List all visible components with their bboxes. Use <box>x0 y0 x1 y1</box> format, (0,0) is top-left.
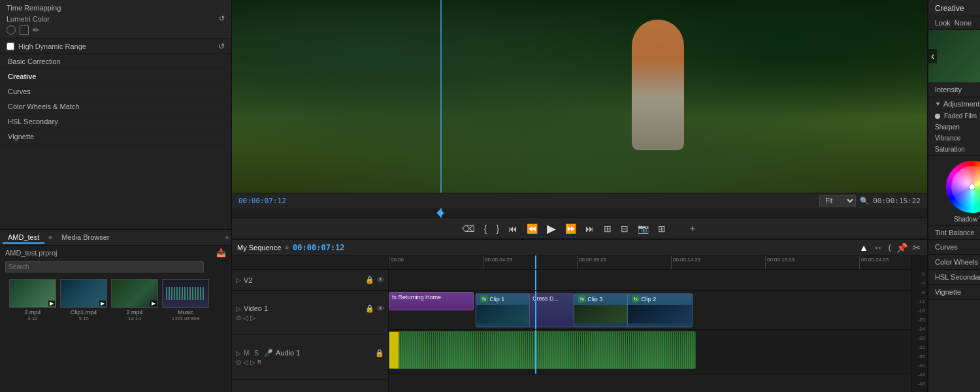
video-background <box>232 0 927 193</box>
tab-media-browser[interactable]: Media Browser <box>56 232 114 244</box>
a1-play-btn[interactable]: ⊙ <box>236 359 241 366</box>
effects-list: Basic Correction Creative Curves Color W… <box>0 54 231 229</box>
lumetri-section: Time Remapping Lumetri Color ↺ ✏ <box>0 0 231 39</box>
fit-dropdown[interactable]: Fit 25% 50% 100% <box>819 195 856 206</box>
list-item[interactable]: ▶ 2.mp4 12:14 <box>111 279 158 321</box>
v2-lock-icon[interactable]: 🔒 <box>365 276 374 284</box>
go-end-btn[interactable]: ⏭ <box>583 222 597 235</box>
preview-scrubbar[interactable] <box>232 208 927 218</box>
shadow-tint-center[interactable] <box>969 184 975 190</box>
v-mark-4: -16 <box>917 306 927 316</box>
clip2-fx-badge: fx <box>632 295 640 302</box>
curves-section-link[interactable]: Curves <box>928 240 980 255</box>
effect-basic-correction[interactable]: Basic Correction <box>0 54 231 69</box>
clip-2[interactable]: fx Clip 2 <box>627 293 693 327</box>
step-back-btn[interactable]: ⏪ <box>524 222 540 235</box>
v1-eye-icon[interactable]: 👁 <box>377 304 384 313</box>
list-item[interactable]: Music 1:05:10:909 <box>162 279 209 321</box>
preview-controls-bar: 00:00:07:12 Fit 25% 50% 100% 🔍 00:00:15:… <box>232 193 927 208</box>
mark-btn[interactable]: { <box>482 222 490 235</box>
v-mark-8: -32 <box>917 343 927 352</box>
color-wheels-section-link[interactable]: Color Wheels & Match <box>928 255 980 270</box>
v1-prev-btn[interactable]: ◁ <box>243 314 248 321</box>
v1-play-btn[interactable]: ⊙ <box>236 314 241 321</box>
clip-1[interactable]: fx Clip 1 <box>476 293 531 327</box>
audio-block-1[interactable] <box>389 331 696 369</box>
track-labels-panel: ▷ V2 🔒 👁 ▷ Video 1 🔒 <box>232 255 389 392</box>
preview-timecode-end: 00:00:15:22 <box>873 197 921 205</box>
vibrance-label: Vibrance <box>935 135 980 142</box>
clip-3[interactable]: fx Clip 3 <box>574 293 629 327</box>
prev-thumb-left-btn[interactable]: ‹ <box>928 49 937 63</box>
transport-bar: ⌫ { } ⏮ ⏪ ▶ ⏩ ⏭ ⊞ ⊟ 📷 ⊞ ＋ <box>232 218 927 238</box>
razor-tool[interactable]: ✂ <box>911 241 922 254</box>
track-a1 <box>389 330 911 374</box>
timeline-body: ▷ V2 🔒 👁 ▷ Video 1 🔒 <box>232 255 927 392</box>
a1-mute-icon[interactable]: M <box>244 350 249 357</box>
vignette-section-link[interactable]: Vignette <box>928 285 980 300</box>
a1-solo-icon[interactable]: S <box>254 350 259 357</box>
v2-expand[interactable]: ▷ <box>236 276 241 284</box>
adjustments-title[interactable]: ▼ Adjustments <box>928 97 980 110</box>
search-input[interactable] <box>5 261 204 272</box>
tabs-more-icon[interactable]: » <box>225 234 229 241</box>
hdr-reset-icon[interactable]: ↺ <box>218 42 225 51</box>
sequence-icon: ≡ <box>285 244 289 251</box>
effect-hsl[interactable]: HSL Secondary <box>0 114 231 129</box>
tab-amd-test[interactable]: AMD_test <box>3 232 44 244</box>
play-btn[interactable]: ▶ <box>544 220 559 237</box>
timeline-ruler[interactable]: 00:00 00:00:04:23 00:00:09:23 00:00:14:2… <box>389 255 911 270</box>
a1-prev-btn[interactable]: ◁ <box>243 359 248 366</box>
add-btn[interactable]: ＋ <box>685 221 700 236</box>
hsl-secondary-section-link[interactable]: HSL Secondary <box>928 270 980 285</box>
effect-curves[interactable]: Curves <box>0 84 231 99</box>
import-icon[interactable]: 📥 <box>216 248 226 257</box>
step-fwd-btn[interactable]: ⏩ <box>563 222 579 235</box>
center-panel: 00:00:07:12 Fit 25% 50% 100% 🔍 00:00:15:… <box>232 0 928 392</box>
ripple-tool[interactable]: ⟨ <box>887 241 892 254</box>
list-item[interactable]: ▶ Clip1.mp4 5:15 <box>60 279 107 321</box>
v1-next-btn[interactable]: ▷ <box>250 314 255 321</box>
go-start-btn[interactable]: ⏮ <box>506 222 520 235</box>
pen-icon[interactable]: ✏ <box>33 25 39 35</box>
ruler-spacer <box>232 255 388 270</box>
v1-lock-icon[interactable]: 🔒 <box>365 304 374 313</box>
a1-next-btn[interactable]: ▷ <box>250 359 255 366</box>
project-content: AMD_test.prproj 📥 ▶ 2.mp4 4:12 <box>0 246 231 392</box>
clip-returning-home[interactable]: fx Returning Home <box>389 292 474 310</box>
a1-lock-icon[interactable]: 🔒 <box>375 349 384 357</box>
export-btn[interactable]: ⊞ <box>655 222 668 235</box>
camera-btn[interactable]: 📷 <box>635 222 651 235</box>
hdr-checkbox[interactable] <box>7 42 14 50</box>
v2-playhead <box>535 270 536 290</box>
timeline-panel: My Sequence ≡ 00:00:07:12 ▲ ↔ ⟨ 📌 ✂ <box>232 238 927 392</box>
v2-eye-icon[interactable]: 👁 <box>377 276 384 284</box>
circle-icon[interactable] <box>7 25 16 35</box>
list-item[interactable]: ▶ 2.mp4 4:12 <box>9 279 56 321</box>
effect-creative[interactable]: Creative <box>0 69 231 84</box>
ruler-mark-2: 00:00:09:23 <box>577 255 606 269</box>
a1-playhead <box>535 330 536 374</box>
v1-expand[interactable]: ▷ <box>236 305 241 312</box>
mark-out-btn[interactable]: } <box>494 222 502 235</box>
insert-btn[interactable]: ⊞ <box>601 222 614 235</box>
square-icon[interactable] <box>20 25 29 35</box>
a1-mic-icon[interactable]: 🎤 <box>264 349 273 357</box>
mark-in-btn[interactable]: ⌫ <box>459 222 478 235</box>
tint-balance-row: Tint Balance <box>928 226 980 240</box>
sequence-name: My Sequence <box>237 244 281 252</box>
v-mark-7: -28 <box>917 334 927 343</box>
track-select-tool[interactable]: ↔ <box>872 241 884 254</box>
overwrite-btn[interactable]: ⊟ <box>618 222 631 235</box>
quality-icon: 🔍 <box>860 197 869 205</box>
a1-expand[interactable]: ▷ <box>236 350 241 357</box>
select-tool[interactable]: ▲ <box>858 241 870 254</box>
sharpen-label: Sharpen <box>935 123 980 131</box>
ruler-mark-1: 00:00:04:23 <box>483 255 512 269</box>
shadow-tint-color-wheel[interactable] <box>946 161 981 213</box>
reset-icon[interactable]: ↺ <box>219 14 225 23</box>
effect-vignette[interactable]: Vignette <box>0 129 231 144</box>
effect-color-wheels[interactable]: Color Wheels & Match <box>0 99 231 114</box>
pin-tool[interactable]: 📌 <box>895 241 909 254</box>
track-label-a1: ▷ M S 🎤 Audio 1 🔒 <box>232 349 388 357</box>
